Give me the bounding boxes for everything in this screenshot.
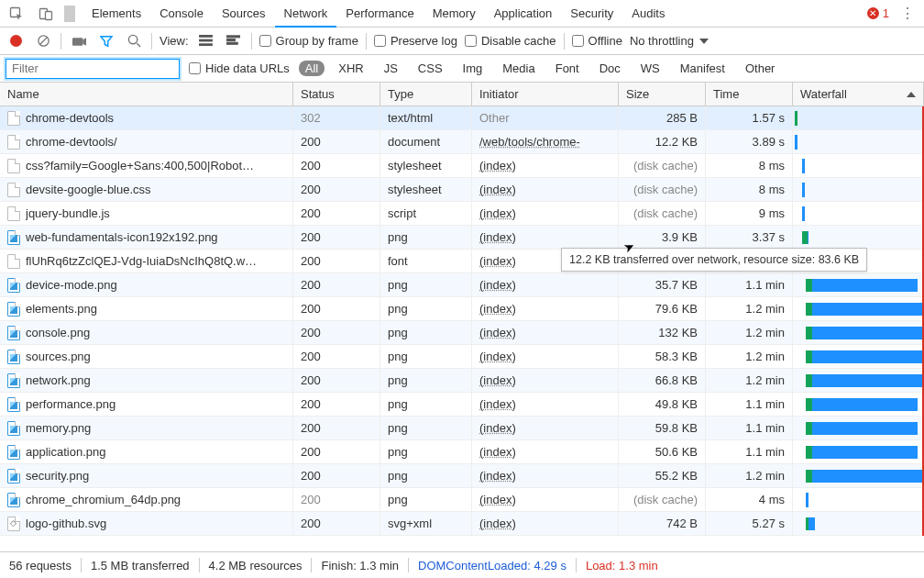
table-row[interactable]: elements.png200png(index)79.6 KB1.2 min	[0, 297, 922, 321]
table-row[interactable]: chrome-devtools302text/htmlOther285 B1.5…	[0, 106, 922, 130]
table-row[interactable]: chrome_chromium_64dp.png200png(index)(di…	[0, 488, 922, 512]
table-row[interactable]: logo-github.svg200svg+xml(index)742 B5.2…	[0, 512, 922, 536]
filter-type-other[interactable]: Other	[739, 61, 782, 76]
table-row[interactable]: chrome-devtools/200document/web/tools/ch…	[0, 130, 922, 154]
filter-type-all[interactable]: All	[299, 61, 324, 76]
clear-icon[interactable]	[33, 31, 53, 51]
offline-checkbox[interactable]: Offline	[572, 34, 622, 48]
col-waterfall[interactable]: Waterfall	[793, 83, 924, 106]
tab-console[interactable]: Console	[150, 0, 213, 27]
request-status: 200	[293, 417, 380, 439]
initiator-link[interactable]: (index)	[479, 278, 516, 292]
initiator-link[interactable]: (index)	[479, 373, 516, 387]
inspect-icon[interactable]	[6, 3, 28, 25]
tab-audits[interactable]: Audits	[622, 0, 674, 27]
initiator-link[interactable]: (index)	[479, 350, 516, 363]
filter-type-doc[interactable]: Doc	[593, 61, 627, 76]
screenshot-icon[interactable]	[69, 31, 89, 51]
svg-rect-6	[199, 35, 213, 38]
filter-icon[interactable]	[96, 31, 116, 51]
tab-elements[interactable]: Elements	[82, 0, 150, 27]
filter-type-font[interactable]: Font	[549, 61, 586, 76]
file-icon	[7, 445, 20, 460]
request-initiator: (index)	[472, 178, 619, 201]
table-row[interactable]: console.png200png(index)132 KB1.2 min	[0, 321, 922, 345]
summary-requests: 56 requests	[9, 559, 72, 572]
filter-type-media[interactable]: Media	[496, 61, 541, 76]
filter-type-js[interactable]: JS	[378, 61, 404, 76]
table-row[interactable]: devsite-google-blue.css200stylesheet(ind…	[0, 178, 922, 202]
hide-data-urls-checkbox[interactable]: Hide data URLs	[189, 61, 290, 75]
table-row[interactable]: device-mode.png200png(index)35.7 KB1.1 m…	[0, 273, 922, 297]
filter-type-xhr[interactable]: XHR	[332, 61, 369, 76]
table-row[interactable]: web-fundamentals-icon192x192.png200png(i…	[0, 226, 922, 250]
svg-rect-9	[226, 36, 240, 38]
request-time: 1.2 min	[706, 297, 793, 320]
col-name[interactable]: Name	[0, 83, 293, 106]
col-time[interactable]: Time	[706, 83, 793, 106]
initiator-link[interactable]: (index)	[479, 517, 516, 530]
request-size: 285 B	[619, 106, 706, 129]
error-count-badge[interactable]: ✕ 1	[867, 6, 889, 20]
tab-performance[interactable]: Performance	[336, 0, 423, 27]
request-name: flUhRq6tzZclQEJ-Vdg-IuiaDsNcIhQ8tQ.w…	[26, 254, 257, 268]
initiator-link[interactable]: (index)	[479, 302, 516, 316]
request-type: png	[380, 464, 472, 487]
request-size: (disk cache)	[619, 178, 706, 201]
filter-type-img[interactable]: Img	[456, 61, 490, 76]
tab-sources[interactable]: Sources	[213, 0, 275, 27]
table-row[interactable]: css?family=Google+Sans:400,500|Robot…200…	[0, 154, 922, 178]
col-status[interactable]: Status	[293, 83, 380, 106]
throttling-select[interactable]: No throttling	[630, 34, 709, 48]
preserve-log-checkbox[interactable]: Preserve log	[374, 34, 457, 48]
table-row[interactable]: memory.png200png(index)59.8 KB1.1 min	[0, 417, 922, 440]
kebab-menu-icon[interactable]: ⋮	[896, 3, 918, 25]
record-button[interactable]	[6, 31, 26, 51]
group-by-frame-checkbox[interactable]: Group by frame	[259, 34, 358, 48]
request-status: 200	[293, 297, 380, 320]
request-name: elements.png	[26, 302, 97, 316]
initiator-link[interactable]: (index)	[479, 183, 516, 196]
request-status: 200	[293, 178, 380, 201]
initiator-link[interactable]: (index)	[479, 159, 516, 172]
initiator-link[interactable]: (index)	[479, 230, 516, 244]
device-mode-icon[interactable]	[35, 3, 57, 25]
tab-security[interactable]: Security	[561, 0, 622, 27]
table-row[interactable]: jquery-bundle.js200script(index)(disk ca…	[0, 202, 922, 226]
request-initiator: /web/tools/chrome-	[472, 130, 619, 153]
table-row[interactable]: sources.png200png(index)58.3 KB1.2 min	[0, 345, 922, 369]
filter-type-manifest[interactable]: Manifest	[674, 61, 732, 76]
initiator-link[interactable]: (index)	[479, 206, 516, 220]
initiator-link[interactable]: (index)	[479, 421, 516, 435]
initiator-link[interactable]: (index)	[479, 254, 516, 268]
request-initiator: (index)	[472, 369, 619, 392]
table-row[interactable]: performance.png200png(index)49.8 KB1.1 m…	[0, 393, 922, 417]
search-icon[interactable]	[124, 31, 144, 51]
initiator-link[interactable]: (index)	[479, 326, 516, 339]
large-rows-icon[interactable]	[196, 31, 216, 51]
disable-cache-checkbox[interactable]: Disable cache	[465, 34, 556, 48]
overview-icon[interactable]	[224, 31, 244, 51]
request-name: devsite-google-blue.css	[26, 183, 151, 196]
summary-load: Load: 1.3 min	[586, 559, 658, 572]
col-type[interactable]: Type	[380, 83, 472, 106]
tab-network[interactable]: Network	[275, 0, 337, 27]
file-icon	[7, 469, 20, 484]
filter-type-ws[interactable]: WS	[634, 61, 666, 76]
table-row[interactable]: application.png200png(index)50.6 KB1.1 m…	[0, 440, 922, 464]
initiator-link[interactable]: (index)	[479, 445, 516, 459]
filter-input[interactable]	[6, 59, 180, 79]
initiator-link[interactable]: (index)	[479, 469, 516, 483]
table-row[interactable]: network.png200png(index)66.8 KB1.2 min	[0, 369, 922, 393]
request-type: png	[380, 440, 472, 463]
initiator-link[interactable]: (index)	[479, 493, 516, 506]
waterfall-cell	[793, 297, 924, 320]
tab-memory[interactable]: Memory	[424, 0, 485, 27]
col-initiator[interactable]: Initiator	[472, 83, 619, 106]
col-size[interactable]: Size	[619, 83, 706, 106]
tab-application[interactable]: Application	[485, 0, 562, 27]
filter-type-css[interactable]: CSS	[412, 61, 449, 76]
initiator-link[interactable]: (index)	[479, 397, 516, 411]
initiator-link[interactable]: /web/tools/chrome-	[479, 135, 580, 149]
table-row[interactable]: security.png200png(index)55.2 KB1.2 min	[0, 464, 922, 488]
